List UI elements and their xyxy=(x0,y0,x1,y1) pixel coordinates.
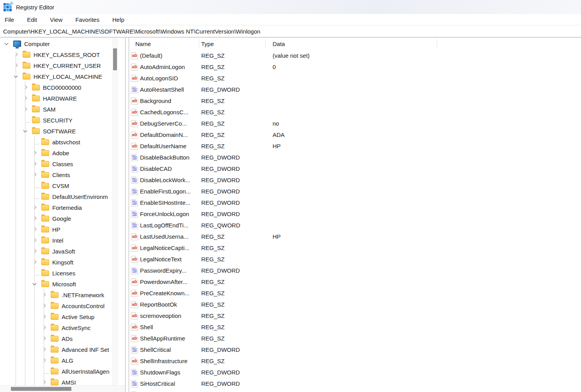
tree-item-fortemedia[interactable]: Fortemedia xyxy=(0,202,118,213)
tree-item-netframework[interactable]: .NETFramework xyxy=(0,289,118,300)
value-row-defaultdomainn[interactable]: abDefaultDomainN...REG_SZADA xyxy=(129,129,581,140)
value-row-precreateknown[interactable]: abPreCreateKnown...REG_SZ xyxy=(129,287,581,299)
value-row-cachedlogonsc[interactable]: abCachedLogonsC...REG_SZ xyxy=(129,106,581,118)
tree-horizontal-scrollbar-thumb[interactable] xyxy=(11,387,71,391)
value-row-autoadminlogon[interactable]: abAutoAdminLogonREG_SZ0 xyxy=(129,61,581,73)
value-row-debugserverco[interactable]: abDebugServerCo...REG_SZno xyxy=(129,118,581,129)
chevron-right-icon[interactable] xyxy=(41,325,47,330)
tree-item-adobe[interactable]: Adobe xyxy=(0,147,118,158)
chevron-right-icon[interactable] xyxy=(32,161,37,167)
chevron-down-icon[interactable] xyxy=(4,41,9,46)
chevron-right-icon[interactable] xyxy=(23,96,28,101)
value-row-partial[interactable]: 011110 xyxy=(129,389,581,392)
chevron-right-icon[interactable] xyxy=(32,248,37,254)
tree-item-bcd00000000[interactable]: BCD00000000 xyxy=(0,82,118,93)
column-header-type[interactable]: Type xyxy=(199,39,266,49)
tree-item-sam[interactable]: SAM xyxy=(0,104,118,115)
tree-item-cvsm[interactable]: CVSM xyxy=(0,180,118,191)
column-header-name[interactable]: Name xyxy=(129,39,199,49)
tree-item-computer[interactable]: Computer xyxy=(0,38,118,49)
tree-item-hkey-classes-root[interactable]: HKEY_CLASSES_ROOT xyxy=(0,49,118,60)
value-row-disablecad[interactable]: 011110DisableCADREG_DWORD xyxy=(129,163,581,174)
chevron-right-icon[interactable] xyxy=(41,347,47,352)
tree-item-clients[interactable]: Clients xyxy=(0,169,118,180)
chevron-right-icon[interactable] xyxy=(41,336,47,341)
tree-item-ads[interactable]: ADs xyxy=(0,333,118,344)
chevron-right-icon[interactable] xyxy=(32,216,37,221)
value-row-shellinfrastructure[interactable]: abShellInfrastructureREG_SZ xyxy=(129,355,581,367)
tree-item-active-setup[interactable]: Active Setup xyxy=(0,311,118,322)
menu-favorites[interactable]: Favorites xyxy=(75,15,99,24)
pane-splitter[interactable] xyxy=(126,37,129,392)
tree-item-hp[interactable]: HP xyxy=(0,224,118,235)
tree-item-microsoft[interactable]: Microsoft xyxy=(0,278,118,289)
chevron-down-icon[interactable] xyxy=(23,128,28,134)
value-row-default[interactable]: ab(Default)REG_SZ(value not set) xyxy=(129,50,581,61)
chevron-right-icon[interactable] xyxy=(32,227,37,232)
menu-help[interactable]: Help xyxy=(112,15,124,24)
value-row-shellcritical[interactable]: 011110ShellCriticalREG_DWORD xyxy=(129,344,581,355)
chevron-right-icon[interactable] xyxy=(32,205,37,210)
value-row-enablefirstlogon[interactable]: 011110EnableFirstLogon...REG_DWORD xyxy=(129,186,581,197)
chevron-right-icon[interactable] xyxy=(41,303,47,309)
value-row-background[interactable]: abBackgroundREG_SZ xyxy=(129,95,581,106)
value-row-powerdownafter[interactable]: abPowerdownAfter...REG_SZ xyxy=(129,276,581,287)
menu-edit[interactable]: Edit xyxy=(27,15,37,24)
value-row-legalnoticetext[interactable]: abLegalNoticeTextREG_SZ xyxy=(129,254,581,265)
tree-horizontal-scrollbar[interactable] xyxy=(0,385,126,392)
tree-item-javasoft[interactable]: JavaSoft xyxy=(0,246,118,257)
chevron-right-icon[interactable] xyxy=(41,380,47,385)
value-row-disablebackbutton[interactable]: 011110DisableBackButtonREG_DWORD xyxy=(129,152,581,163)
chevron-right-icon[interactable] xyxy=(13,52,19,57)
value-row-forceunlocklogon[interactable]: 011110ForceUnlockLogonREG_DWORD xyxy=(129,208,581,220)
tree-item-abtsvchost[interactable]: abtsvchost xyxy=(0,137,118,147)
value-row-lastlogoffendti[interactable]: 011110LastLogOffEndTi...REG_QWORD xyxy=(129,220,581,231)
chevron-right-icon[interactable] xyxy=(23,85,28,90)
chevron-right-icon[interactable] xyxy=(32,150,37,156)
chevron-right-icon[interactable] xyxy=(41,292,47,298)
menu-file[interactable]: File xyxy=(5,15,14,24)
value-row-disablelockwork[interactable]: 011110DisableLockWork...REG_DWORD xyxy=(129,174,581,186)
value-row-scremoveoption[interactable]: abscremoveoptionREG_SZ xyxy=(129,310,581,321)
tree-vertical-scrollbar-thumb[interactable] xyxy=(113,48,117,70)
chevron-right-icon[interactable] xyxy=(13,63,19,68)
tree-item-alluserinstallagen[interactable]: AllUserInstallAgen xyxy=(0,366,118,377)
value-row-reportbootok[interactable]: abReportBootOkREG_SZ xyxy=(129,299,581,310)
tree-item-security[interactable]: SECURITY xyxy=(0,115,118,126)
tree-item-advanced-inf-set[interactable]: Advanced INF Set xyxy=(0,344,118,355)
value-row-shutdownflags[interactable]: 011110ShutdownFlagsREG_DWORD xyxy=(129,367,581,378)
tree-item-hkey-local-machine[interactable]: HKEY_LOCAL_MACHINE xyxy=(0,71,118,82)
value-row-passwordexpiry[interactable]: 011110PasswordExpiry...REG_DWORD xyxy=(129,265,581,276)
chevron-right-icon[interactable] xyxy=(41,358,47,363)
tree-vertical-scrollbar[interactable] xyxy=(112,37,118,385)
tree-item-google[interactable]: Google xyxy=(0,213,118,224)
chevron-right-icon[interactable] xyxy=(32,172,37,177)
tree-item-alg[interactable]: ALG xyxy=(0,355,118,366)
chevron-right-icon[interactable] xyxy=(23,106,28,112)
value-row-autorestartshell[interactable]: 011110AutoRestartShellREG_DWORD xyxy=(129,84,581,95)
tree-item-classes[interactable]: Classes xyxy=(0,158,118,169)
address-bar-input[interactable]: Computer\HKEY_LOCAL_MACHINE\SOFTWARE\Mic… xyxy=(3,28,260,35)
chevron-right-icon[interactable] xyxy=(41,314,47,319)
chevron-down-icon[interactable] xyxy=(13,74,19,79)
chevron-right-icon[interactable] xyxy=(32,259,37,265)
tree-item-hardware[interactable]: HARDWARE xyxy=(0,93,118,104)
value-row-shell[interactable]: abShellREG_SZ xyxy=(129,321,581,333)
tree-item-licenses[interactable]: Licenses xyxy=(0,268,118,278)
value-row-sihostcritical[interactable]: 011110SiHostCriticalREG_DWORD xyxy=(129,378,581,389)
tree-item-accountscontrol[interactable]: AccountsControl xyxy=(0,300,118,311)
tree-item-activesync[interactable]: ActiveSync xyxy=(0,322,118,333)
value-row-autologonsid[interactable]: abAutoLogonSIDREG_SZ xyxy=(129,73,581,84)
tree-item-hkey-current-user[interactable]: HKEY_CURRENT_USER xyxy=(0,60,118,71)
chevron-right-icon[interactable] xyxy=(32,238,37,243)
menu-view[interactable]: View xyxy=(50,15,62,24)
tree-item-kingsoft[interactable]: Kingsoft xyxy=(0,257,118,268)
tree-item-defaultuserenvironm[interactable]: DefaultUserEnvironm xyxy=(0,191,118,202)
chevron-down-icon[interactable] xyxy=(32,281,37,287)
value-row-lastuseduserna[interactable]: abLastUsedUserna...REG_SZHP xyxy=(129,231,581,242)
tree-item-software[interactable]: SOFTWARE xyxy=(0,126,118,137)
tree-item-intel[interactable]: Intel xyxy=(0,235,118,246)
title-bar[interactable]: Registry Editor xyxy=(0,0,581,14)
value-row-shellappruntime[interactable]: abShellAppRuntimeREG_SZ xyxy=(129,333,581,344)
value-row-legalnoticecapti[interactable]: abLegalNoticeCapti...REG_SZ xyxy=(129,242,581,254)
